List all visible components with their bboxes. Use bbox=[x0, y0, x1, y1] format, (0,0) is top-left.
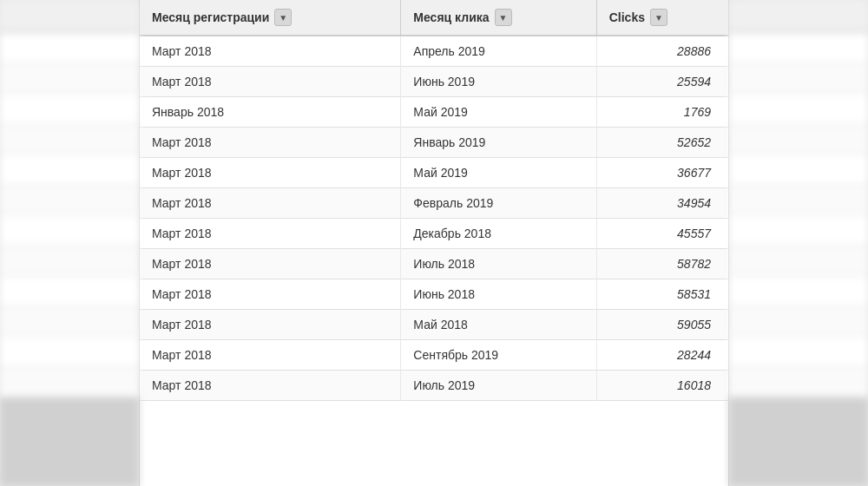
left-blurred-panel bbox=[0, 0, 139, 486]
cell-clicks: 25594 bbox=[596, 67, 728, 97]
cell-click-month: Декабрь 2018 bbox=[401, 219, 596, 249]
cell-clicks: 59055 bbox=[596, 310, 728, 340]
col-reg-month-header: Месяц регистрации ▼ bbox=[140, 0, 401, 36]
table-row: Март 2018Июнь 201858531 bbox=[140, 279, 728, 310]
cell-reg-month: Март 2018 bbox=[140, 371, 401, 401]
cell-reg-month: Март 2018 bbox=[140, 188, 401, 219]
table-row: Март 2018Апрель 201928886 bbox=[140, 36, 728, 67]
cell-click-month: Июль 2019 bbox=[401, 371, 596, 401]
table-row: Март 2018Май 201936677 bbox=[140, 158, 728, 188]
cell-clicks: 28244 bbox=[596, 340, 728, 371]
table-row: Март 2018Июль 201858782 bbox=[140, 249, 728, 279]
cell-click-month: Май 2019 bbox=[401, 158, 596, 188]
table-row: Март 2018Июнь 201925594 bbox=[140, 67, 728, 97]
cell-reg-month: Март 2018 bbox=[140, 340, 401, 371]
cell-clicks: 1769 bbox=[596, 97, 728, 128]
col-click-month-header: Месяц клика ▼ bbox=[401, 0, 596, 36]
data-table: Месяц регистрации ▼ Месяц клика ▼ Clicks bbox=[140, 0, 728, 401]
cell-click-month: Январь 2019 bbox=[401, 128, 596, 158]
cell-click-month: Июль 2018 bbox=[401, 249, 596, 279]
table-row: Март 2018Январь 201952652 bbox=[140, 128, 728, 158]
cell-reg-month: Март 2018 bbox=[140, 158, 401, 188]
cell-click-month: Февраль 2019 bbox=[401, 188, 596, 219]
col-reg-month-label: Месяц регистрации bbox=[152, 10, 269, 24]
cell-reg-month: Январь 2018 bbox=[140, 97, 401, 128]
table-row: Март 2018Сентябрь 201928244 bbox=[140, 340, 728, 371]
sort-click-month-button[interactable]: ▼ bbox=[495, 9, 512, 26]
cell-clicks: 45557 bbox=[596, 219, 728, 249]
sort-clicks-button[interactable]: ▼ bbox=[650, 9, 667, 26]
table-row: Март 2018Июль 201916018 bbox=[140, 371, 728, 401]
cell-click-month: Сентябрь 2019 bbox=[401, 340, 596, 371]
cell-clicks: 58782 bbox=[596, 249, 728, 279]
cell-reg-month: Март 2018 bbox=[140, 219, 401, 249]
table-header-row: Месяц регистрации ▼ Месяц клика ▼ Clicks bbox=[140, 0, 728, 36]
cell-click-month: Апрель 2019 bbox=[401, 36, 596, 67]
cell-clicks: 28886 bbox=[596, 36, 728, 67]
cell-clicks: 52652 bbox=[596, 128, 728, 158]
main-table-panel: Месяц регистрации ▼ Месяц клика ▼ Clicks bbox=[139, 0, 729, 486]
page-wrapper: Месяц регистрации ▼ Месяц клика ▼ Clicks bbox=[0, 0, 868, 486]
cell-click-month: Май 2019 bbox=[401, 97, 596, 128]
right-blurred-panel bbox=[729, 0, 868, 486]
sort-reg-month-button[interactable]: ▼ bbox=[274, 9, 292, 26]
table-row: Март 2018Декабрь 201845557 bbox=[140, 219, 728, 249]
cell-click-month: Май 2018 bbox=[401, 310, 596, 340]
col-clicks-header: Clicks ▼ bbox=[596, 0, 728, 36]
cell-reg-month: Март 2018 bbox=[140, 279, 401, 310]
cell-reg-month: Март 2018 bbox=[140, 67, 401, 97]
table-row: Март 2018Май 201859055 bbox=[140, 310, 728, 340]
col-clicks-label: Clicks bbox=[609, 10, 645, 24]
cell-reg-month: Март 2018 bbox=[140, 249, 401, 279]
cell-reg-month: Март 2018 bbox=[140, 36, 401, 67]
cell-clicks: 34954 bbox=[596, 188, 728, 219]
table-row: Март 2018Февраль 201934954 bbox=[140, 188, 728, 219]
cell-click-month: Июнь 2019 bbox=[401, 67, 596, 97]
cell-clicks: 58531 bbox=[596, 279, 728, 310]
cell-reg-month: Март 2018 bbox=[140, 128, 401, 158]
cell-clicks: 16018 bbox=[596, 371, 728, 401]
cell-click-month: Июнь 2018 bbox=[401, 279, 596, 310]
table-row: Январь 2018Май 20191769 bbox=[140, 97, 728, 128]
cell-reg-month: Март 2018 bbox=[140, 310, 401, 340]
cell-clicks: 36677 bbox=[596, 158, 728, 188]
col-click-month-label: Месяц клика bbox=[413, 10, 489, 24]
